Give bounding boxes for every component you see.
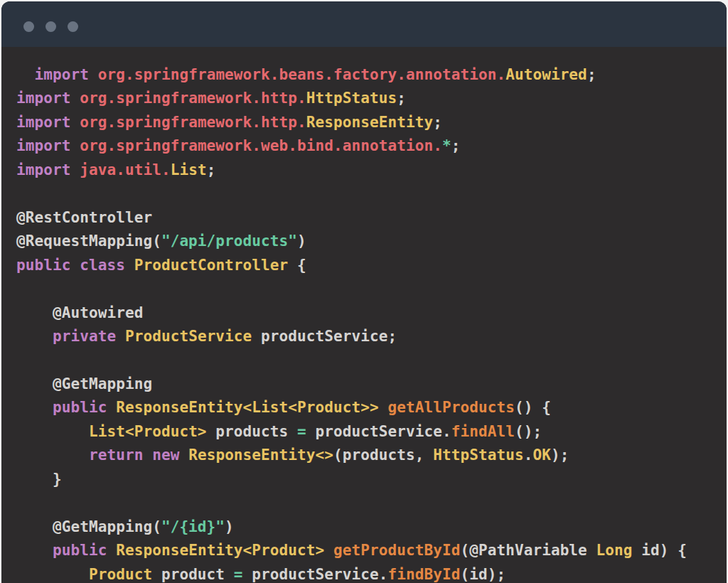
code-token: ResponseEntity<List<Product>> <box>116 399 379 416</box>
code-token: @RequestMapping( <box>16 232 161 250</box>
code-token <box>16 399 53 416</box>
code-token: @GetMapping <box>16 375 152 392</box>
code-token: return <box>89 446 143 464</box>
code-line <box>16 491 727 515</box>
code-token: new <box>152 446 179 464</box>
code-token <box>70 90 80 107</box>
code-token: ResponseEntity <box>306 114 433 131</box>
code-token: product <box>152 566 234 583</box>
code-token: (id); <box>460 566 505 583</box>
code-token <box>107 399 116 416</box>
code-token: ; <box>207 161 216 178</box>
code-token: findAll <box>451 423 515 440</box>
code-line: import org.springframework.beans.factory… <box>16 63 727 87</box>
code-token <box>70 114 80 131</box>
code-token: OK <box>532 446 551 464</box>
code-line: import java.util.List; <box>16 159 727 182</box>
code-token <box>143 446 152 464</box>
window-controls <box>23 21 90 32</box>
code-token: import <box>16 161 70 178</box>
code-token: (products, <box>333 446 433 464</box>
code-line: import org.springframework.web.bind.anno… <box>16 134 727 158</box>
code-line: public class ProductController { <box>16 254 727 277</box>
code-token <box>16 66 35 83</box>
window-control-dot-icon[interactable] <box>68 21 78 32</box>
code-token: productService; <box>252 328 397 345</box>
code-token: ; <box>397 90 406 107</box>
code-token: private <box>53 328 116 345</box>
code-editor: import org.springframework.beans.factory… <box>1 47 727 583</box>
code-token: ; <box>433 114 442 131</box>
code-token <box>107 542 116 559</box>
code-window: import org.springframework.beans.factory… <box>1 1 727 583</box>
code-token: import <box>16 90 70 107</box>
code-line: @GetMapping <box>16 373 727 396</box>
code-token: id) { <box>633 542 687 559</box>
window-control-dot-icon[interactable] <box>46 21 56 32</box>
code-token <box>179 446 188 464</box>
code-token: (); <box>515 423 542 440</box>
code-token: @GetMapping( <box>16 518 161 535</box>
code-token <box>16 328 53 345</box>
code-line: @GetMapping("/{id}") <box>16 515 727 539</box>
code-token: ) <box>225 518 234 535</box>
code-token <box>324 542 333 559</box>
code-token: ; <box>587 66 596 83</box>
code-line <box>16 182 727 205</box>
code-token <box>379 399 388 416</box>
code-line: List<Product> products = productService.… <box>16 420 727 444</box>
code-token: * <box>442 137 451 154</box>
code-line: @Autowired <box>16 301 727 325</box>
code-token <box>116 328 125 345</box>
code-line: private ProductService productService; <box>16 325 727 348</box>
code-token: @Autowired <box>16 304 143 321</box>
code-token: import <box>35 66 89 83</box>
code-line <box>16 348 727 372</box>
code-token: org.springframework.http. <box>80 90 306 107</box>
code-token: findById <box>388 566 461 583</box>
code-token: getProductById <box>333 542 460 559</box>
code-token: getAllProducts <box>388 399 515 416</box>
code-token: import <box>16 114 70 131</box>
code-token: @RestController <box>16 209 152 226</box>
code-token: ; <box>451 137 461 154</box>
code-token: HttpStatus <box>433 446 523 464</box>
code-token <box>16 423 89 440</box>
code-token: public <box>53 542 107 559</box>
code-token: org.springframework.beans.factory.annota… <box>98 66 505 83</box>
code-token <box>70 137 80 154</box>
code-token: org.springframework.http. <box>80 114 306 131</box>
code-token: HttpStatus <box>306 90 397 107</box>
code-token: () { <box>515 399 551 416</box>
window-titlebar <box>1 1 727 47</box>
code-token: public <box>16 257 70 274</box>
code-token <box>89 66 98 83</box>
code-line: public ResponseEntity<Product> getProduc… <box>16 539 727 562</box>
code-line: import org.springframework.http.HttpStat… <box>16 87 727 110</box>
code-token: = <box>297 423 306 440</box>
code-token <box>70 161 80 178</box>
code-token: org.springframework.web.bind.annotation. <box>80 137 442 154</box>
code-token: Product <box>89 566 152 583</box>
code-token <box>16 446 89 464</box>
code-token: productService. <box>306 423 451 440</box>
code-token: { <box>288 257 306 274</box>
code-token: productService. <box>243 566 388 583</box>
code-token: "/api/products" <box>161 232 297 250</box>
code-token: } <box>16 471 62 488</box>
code-token: products <box>207 423 297 440</box>
code-token: ) <box>297 232 306 250</box>
code-line: } <box>16 468 727 491</box>
code-token: import <box>16 137 70 154</box>
code-line: @RestController <box>16 206 727 230</box>
window-control-dot-icon[interactable] <box>23 21 34 32</box>
code-token: (@PathVariable <box>460 542 596 559</box>
code-token <box>125 257 134 274</box>
code-token: java.util. <box>80 161 170 178</box>
code-line: @RequestMapping("/api/products") <box>16 230 727 253</box>
code-token <box>16 542 53 559</box>
code-token <box>70 257 80 274</box>
code-token: List <box>171 161 207 178</box>
code-token: ResponseEntity<> <box>188 446 333 464</box>
code-token: . <box>524 446 533 464</box>
